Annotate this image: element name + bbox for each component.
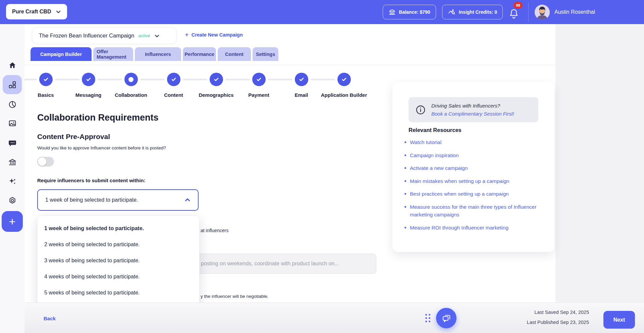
stepper-connector — [311, 79, 335, 80]
resource-link[interactable]: Best practices when setting up a campaig… — [405, 190, 542, 198]
tab-bar: Campaign Builder Offer Management Influe… — [31, 47, 278, 61]
resource-link[interactable]: Measure success for the main three types… — [405, 203, 542, 219]
stepper-step: Demographics — [195, 73, 237, 98]
stepper-connector — [140, 79, 165, 80]
stepper-label: Content — [164, 92, 183, 98]
submit-within-select[interactable]: 1 week of being selected to participate. — [37, 189, 199, 211]
stepper: Basics Messaging — [24, 73, 365, 98]
sidebar-item-campaigns[interactable] — [0, 78, 24, 91]
resource-link[interactable]: Campaign inspiration — [405, 151, 542, 159]
campaign-name: The Frozen Bean Influencer Campaign — [39, 32, 134, 39]
notifications-button[interactable]: 99 — [509, 5, 522, 19]
notes-input[interactable] — [194, 254, 376, 274]
select-option[interactable]: 1 week of being selected to participate. — [38, 220, 199, 237]
user-menu[interactable]: Austin Rosenthal — [535, 5, 595, 20]
info-icon — [415, 105, 426, 115]
tab[interactable]: Settings — [253, 47, 278, 61]
sidebar-item-home[interactable] — [0, 59, 24, 72]
avatar — [535, 5, 550, 20]
next-button[interactable]: Next — [603, 311, 635, 329]
pre-approval-toggle[interactable] — [37, 157, 54, 166]
banner-title: Driving Sales with Influencers? — [431, 102, 514, 110]
sidebar-item-analytics[interactable] — [0, 98, 24, 111]
stepper-circle[interactable] — [252, 73, 266, 86]
resources-list: Watch tutorial Campaign inspiration Acti… — [405, 138, 542, 237]
messages-chat-icon — [8, 139, 17, 147]
resource-link[interactable]: Main mistakes when setting up a campaign — [405, 177, 542, 185]
tab[interactable]: Offer Management — [93, 47, 133, 61]
sidebar-item-settings[interactable] — [0, 194, 24, 207]
last-saved-label: Last Saved Sep 24, 2025 — [527, 310, 589, 315]
drag-handle-icon[interactable] — [425, 314, 430, 322]
stepper-circle[interactable] — [39, 73, 53, 86]
stepper-circle[interactable] — [167, 73, 180, 86]
select-option[interactable]: 2 weeks of being selected to participate… — [38, 237, 199, 253]
resources-panel: Driving Sales with Influencers? Book a C… — [392, 82, 554, 252]
sidebar-add-button[interactable]: + — [2, 211, 23, 232]
bell-icon — [509, 8, 519, 19]
select-option[interactable]: 3 weeks of being selected to participate… — [38, 253, 199, 269]
create-new-campaign-button[interactable]: + Create New Campaign — [185, 31, 243, 38]
submit-within-label: Require influencers to submit content wi… — [37, 178, 146, 183]
select-dropdown: 1 week of being selected to participate.… — [37, 215, 200, 312]
workspace-name: Pure Craft CBD — [12, 9, 51, 15]
pre-approval-question: Would you like to approve Influencer con… — [37, 145, 166, 150]
workspace-selector[interactable]: Pure Craft CBD — [6, 4, 67, 19]
tab[interactable]: Campaign Builder — [31, 47, 92, 61]
check-icon — [341, 76, 347, 83]
app-root: Pure Craft CBD Balance: $790 Insight Cre… — [0, 0, 644, 333]
page-title: Collaboration Requirements — [37, 113, 159, 123]
chevron-up-icon — [184, 197, 191, 203]
balance-label: Balance: $790 — [399, 9, 430, 15]
select-option[interactable]: 5 weeks of being selected to participate… — [38, 285, 199, 301]
check-icon — [170, 76, 177, 83]
media-image-icon — [8, 119, 17, 128]
stepper-label: Application Builder — [321, 92, 367, 98]
insight-credits-button[interactable]: Insight Credits: 0 — [442, 5, 503, 19]
stepper-circle[interactable] — [82, 73, 95, 86]
session-banner: Driving Sales with Influencers? Book a C… — [409, 97, 538, 122]
banner-link[interactable]: Book a Complimentary Session First! — [431, 110, 514, 118]
user-name: Austin Rosenthal — [554, 9, 595, 15]
ai-sparkles-icon — [8, 177, 17, 186]
stepper-step: Content — [152, 73, 195, 98]
insight-chart-icon — [448, 8, 456, 16]
plus-icon: + — [185, 31, 189, 38]
campaign-selector[interactable]: The Frozen Bean Influencer Campaign acti… — [32, 27, 177, 44]
payments-bank-icon — [8, 158, 17, 166]
check-icon — [213, 76, 220, 83]
stepper-circle[interactable] — [124, 73, 138, 86]
campaigns-grid-icon — [8, 80, 17, 89]
background-text-fragment: y the influencer will be negotiable. — [201, 294, 269, 299]
sidebar-item-ai[interactable] — [0, 175, 24, 188]
section-title: Content Pre-Approval — [37, 133, 110, 141]
sidebar-item-messages[interactable] — [0, 136, 24, 150]
resources-heading: Relevant Resources — [409, 127, 462, 133]
stepper-circle[interactable] — [210, 73, 223, 86]
stepper-step: Application Builder — [323, 73, 365, 98]
stepper-label: Demographics — [199, 92, 233, 98]
sidebar-item-media[interactable] — [0, 117, 24, 130]
resource-link[interactable]: Watch tutorial — [405, 138, 542, 146]
balance-button[interactable]: Balance: $790 — [383, 5, 436, 19]
resource-link[interactable]: Measure ROI through Influencer marketing — [405, 224, 542, 232]
stepper-connector — [183, 79, 207, 80]
current-step-dot — [128, 77, 133, 82]
select-option[interactable]: 4 weeks of being selected to participate… — [38, 269, 199, 285]
last-published-label: Last Published Sep 23, 2025 — [527, 320, 589, 325]
stepper-label: Messaging — [75, 92, 102, 98]
resource-link[interactable]: Activate a new campaign — [405, 164, 542, 172]
stepper-step: Email — [280, 73, 323, 98]
tab[interactable]: Influencers — [135, 47, 181, 61]
chat-fab-button[interactable] — [436, 308, 457, 328]
check-icon — [298, 76, 305, 83]
tab[interactable]: Performance — [183, 47, 216, 61]
background-text-fragment: at influencers — [201, 228, 228, 233]
stepper-step: Messaging — [67, 73, 110, 98]
stepper-step: Basics — [24, 73, 67, 98]
stepper-circle[interactable] — [295, 73, 308, 86]
back-button[interactable]: Back — [44, 316, 56, 321]
sidebar-item-payments[interactable] — [0, 155, 24, 169]
tab[interactable]: Content — [218, 47, 251, 61]
stepper-circle[interactable] — [337, 73, 351, 86]
